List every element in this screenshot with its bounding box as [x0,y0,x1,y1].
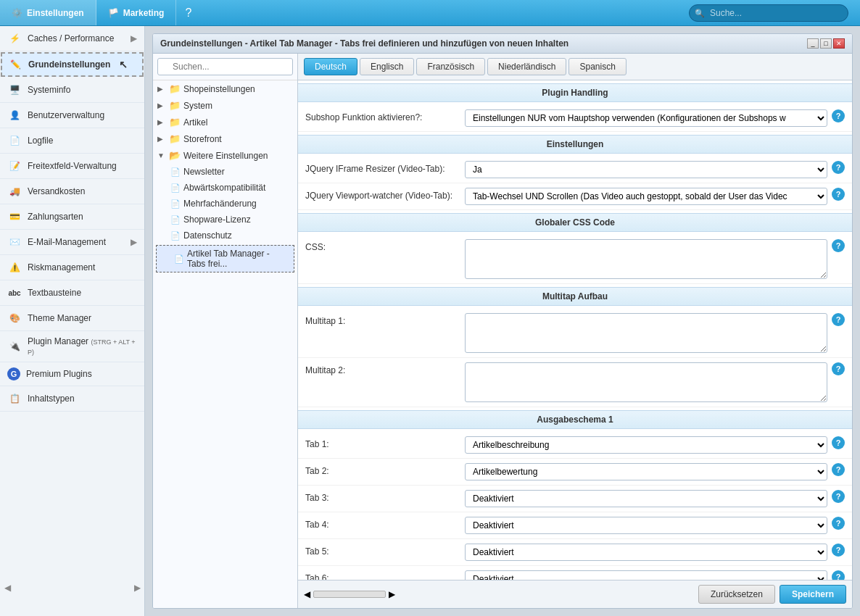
sidebar-item-caches[interactable]: ⚡ Caches / Performance ▶ [0,26,144,51]
jquery-iframe-help-button[interactable]: ? [832,161,845,174]
tree-item-abwaerts[interactable]: 📄 Abwärtskompatibilität [153,180,297,196]
tree-item-system[interactable]: ▶ 📁 System [153,97,297,114]
sidebar-item-textbausteine[interactable]: abc Textbausteine [0,280,144,306]
sidebar-item-systeminfo[interactable]: 🖥️ Systeminfo [0,78,144,103]
tab-spanisch-label: Spanisch [579,62,615,72]
topbar-marketing[interactable]: 🏳️ Marketing [96,0,177,25]
freitextfeld-icon: 📝 [7,159,22,173]
multitap2-control: ? [465,362,845,402]
systeminfo-icon: 🖥️ [7,83,22,97]
tree-item-mehrfach-label: Mehrfachänderung [183,199,257,209]
tab-englisch[interactable]: Englisch [360,58,414,75]
form-row-tab1: Tab 1: Artikelbeschreibung ? [298,432,852,459]
sidebar-item-logfile[interactable]: 📄 Logfile [0,128,144,154]
sidebar-item-riskmanagement[interactable]: ⚠️ Riskmanagement [0,255,144,280]
tab1-help-button[interactable]: ? [832,436,845,449]
tree-item-artikel-label: Artikel [183,117,207,128]
expand-icon: ▶ [157,118,166,126]
tree-item-shopeinstellungen[interactable]: ▶ 📁 Shopeinstellungen [153,80,297,97]
tree-item-newsletter-label: Newsletter [183,167,225,177]
multitap2-help-button[interactable]: ? [832,362,845,375]
css-textarea[interactable] [465,239,827,279]
multitap1-help-button[interactable]: ? [832,313,845,326]
folder-icon: 📁 [169,133,181,144]
tab-deutsch-label: Deutsch [315,62,347,72]
tab4-select[interactable]: Deaktiviert [465,517,827,534]
multitap1-textarea[interactable] [465,313,827,353]
restore-button[interactable]: □ [820,38,832,49]
tab3-select[interactable]: Deaktiviert [465,490,827,507]
sidebar-item-versandkosten[interactable]: 🚚 Versandkosten [0,179,144,204]
sidebar-item-premiumplugins[interactable]: G Premium Plugins [0,362,144,386]
tree-item-newsletter[interactable]: 📄 Newsletter [153,164,297,180]
css-help-button[interactable]: ? [832,239,845,252]
section-ausgabeschema: Ausgabeschema 1 [298,410,852,429]
sidebar-item-zahlungsarten[interactable]: 💳 Zahlungsarten [0,204,144,230]
sidebar-item-inhaltstypen[interactable]: 📋 Inhaltstypen [0,386,144,412]
scroll-right-arrow[interactable]: ▶ [389,589,395,599]
form-row-jquery-iframe: JQuery IFrame Resizer (Video-Tab): Ja ? [298,157,852,183]
tab-spanisch[interactable]: Spanisch [568,58,626,75]
tab-niederlaendisch[interactable]: Niederländisch [487,58,566,75]
tab3-help-button[interactable]: ? [832,490,845,503]
tab6-select[interactable]: Deaktiviert [465,570,827,580]
tree-item-shopware[interactable]: 📄 Shopware-Lizenz [153,212,297,228]
sidebar-item-email[interactable]: ✉️ E-Mail-Management ▶ [0,230,144,255]
form-row-tab4: Tab 4: Deaktiviert ? [298,512,852,539]
tree-item-artikel[interactable]: ▶ 📁 Artikel [153,114,297,130]
tab6-help-button[interactable]: ? [832,570,845,580]
folder-icon: 📁 [169,83,181,94]
tree-item-shopware-label: Shopware-Lizenz [183,215,251,225]
tab2-help-button[interactable]: ? [832,463,845,476]
tree-item-weitere[interactable]: ▼ 📂 Weitere Einstellungen [153,147,297,164]
main-panel: Grundeinstellungen - Artikel Tab Manager… [152,33,853,609]
sidebar-item-zahlungsarten-label: Zahlungsarten [28,212,83,222]
tree-search-input[interactable] [157,58,293,75]
subshop-select[interactable]: Einstellungen NUR vom Hauptshop verwende… [465,109,827,127]
tab5-help-button[interactable]: ? [832,544,845,557]
sidebar-item-caches-label: Caches / Performance [28,33,114,43]
tree-item-datenschutz[interactable]: 📄 Datenschutz [153,228,297,244]
minimize-button[interactable]: _ [807,38,819,49]
tree-item-artikeltab[interactable]: 📄 Artikel Tab Manager - Tabs frei... [156,245,294,272]
sidebar-item-thememanager[interactable]: 🎨 Theme Manager [0,306,144,331]
tab4-help-button[interactable]: ? [832,517,845,530]
tree-item-artikeltab-label: Artikel Tab Manager - Tabs frei... [187,249,289,269]
tree-item-datenschutz-label: Datenschutz [183,230,232,241]
jquery-viewport-help-button[interactable]: ? [832,188,845,201]
form-area: Plugin Handling Subshop Funktion aktivie… [298,80,852,580]
expand-icon: ▶ [157,101,166,109]
sidebar-item-benutzerverwaltung[interactable]: 👤 Benutzerverwaltung [0,103,144,128]
sidebar-item-grundeinstellungen[interactable]: ✏️ Grundeinstellungen ↖ [1,52,144,77]
scroll-left-arrow[interactable]: ◀ [304,589,310,599]
help-button[interactable]: ? [176,7,200,20]
tree-item-storefront[interactable]: ▶ 📁 Storefront [153,130,297,147]
sidebar-item-pluginmanager[interactable]: 🔌 Plugin Manager (STRG + ALT + P) [0,331,144,362]
section-einstellungen: Einstellungen [298,135,852,154]
close-button[interactable]: ✕ [833,38,845,49]
tab1-select[interactable]: Artikelbeschreibung [465,436,827,454]
topbar-einstellungen[interactable]: ⚙️ Einstellungen [0,0,96,25]
tree-item-mehrfach[interactable]: 📄 Mehrfachänderung [153,196,297,212]
tab2-select[interactable]: Artikelbewertung [465,463,827,480]
jquery-iframe-select[interactable]: Ja [465,161,827,178]
tab-franzoesisch-label: Französisch [427,62,474,72]
horizontal-scrollbar[interactable] [313,591,386,598]
search-input[interactable] [689,4,848,22]
tab-deutsch[interactable]: Deutsch [304,58,357,75]
tab-niederlaendisch-label: Niederländisch [498,62,555,72]
riskmanagement-icon: ⚠️ [7,260,22,275]
save-button[interactable]: Speichern [780,585,846,604]
reset-button[interactable]: Zurücksetzen [698,585,775,604]
folder-open-icon: 📂 [169,150,181,161]
multitap2-textarea[interactable] [465,362,827,402]
tab-franzoesisch[interactable]: Französisch [416,58,485,75]
jquery-viewport-select[interactable]: Tab-Wechsel UND Scrollen (Das Video auch… [465,188,827,205]
tab5-label: Tab 5: [305,544,465,557]
sidebar-item-grundeinstellungen-label: Grundeinstellungen [28,59,110,70]
sidebar-item-freitextfeld[interactable]: 📝 Freitextfeld-Verwaltung [0,154,144,179]
tab5-select[interactable]: Deaktiviert [465,544,827,561]
subshop-help-button[interactable]: ? [832,109,845,122]
file-icon: 📄 [174,254,184,264]
sidebar-item-systeminfo-label: Systeminfo [28,85,70,95]
